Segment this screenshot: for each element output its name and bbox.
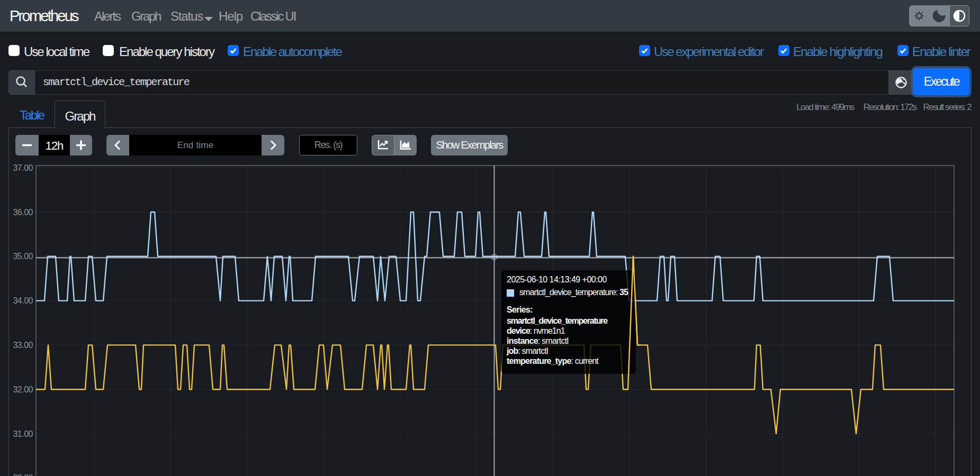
- svg-text:30.00: 30.00: [13, 473, 33, 476]
- svg-text:37.00: 37.00: [13, 163, 33, 172]
- svg-text:34.00: 34.00: [13, 296, 33, 305]
- svg-text:31.00: 31.00: [13, 429, 33, 438]
- svg-text:33.00: 33.00: [13, 341, 33, 350]
- svg-text:36.00: 36.00: [13, 208, 33, 217]
- svg-text:32.00: 32.00: [13, 385, 33, 394]
- svg-text:35.00: 35.00: [13, 252, 33, 261]
